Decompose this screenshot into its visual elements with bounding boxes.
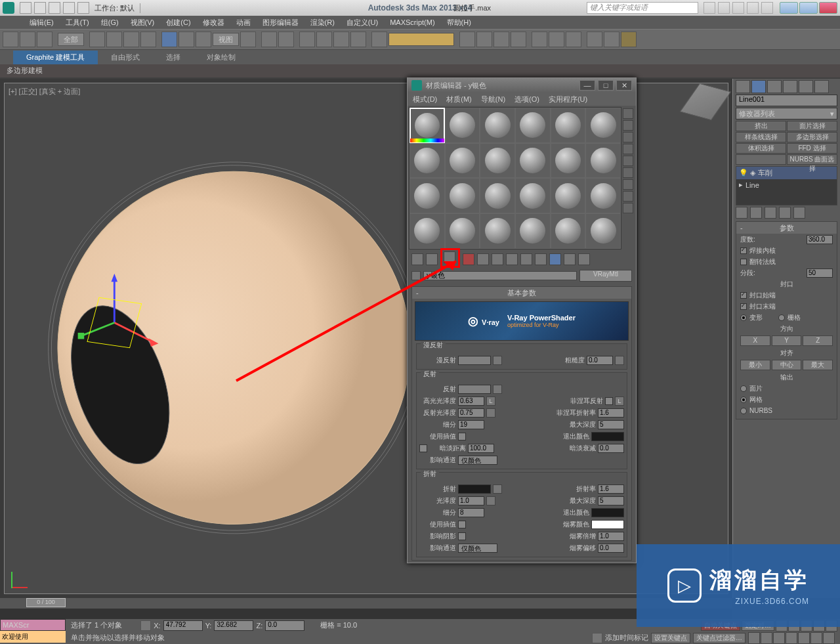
refl-gloss-spinner[interactable]: 0.75 (458, 408, 484, 418)
pick-material-icon[interactable] (411, 271, 421, 280)
keyfilter-button[interactable]: 关键点过滤器… (693, 633, 746, 643)
utilities-tab-icon[interactable] (814, 80, 829, 93)
seg-spinner[interactable]: 50 (807, 268, 833, 278)
x-coord[interactable]: 47.792 (163, 620, 203, 631)
sample-slot[interactable] (445, 143, 480, 179)
gloss-spinner[interactable]: 1.0 (458, 496, 484, 505)
spinner-snap-icon[interactable] (350, 32, 366, 47)
object-name-input[interactable]: Line001 (736, 95, 837, 106)
sample-slot[interactable] (480, 143, 515, 179)
modifier-button[interactable]: NURBS 曲面选择 (787, 154, 837, 165)
material-id-icon[interactable] (520, 253, 532, 265)
sample-slot[interactable] (551, 108, 586, 143)
maximize-viewport-icon[interactable] (823, 632, 835, 644)
modifier-stack[interactable]: 💡 ◈车削 ▸Line (736, 166, 837, 205)
fog-swatch[interactable] (591, 520, 624, 529)
select-rotate-icon[interactable] (178, 32, 194, 47)
modifier-button[interactable]: 样条线选择 (736, 132, 786, 142)
menu-item[interactable]: 帮助(H) (447, 18, 471, 28)
z-button[interactable]: Z (803, 335, 833, 346)
sample-slot[interactable] (551, 213, 586, 249)
interp-checkbox[interactable] (458, 433, 466, 440)
mirror-icon[interactable] (459, 32, 475, 47)
show-end-result-icon[interactable] (549, 253, 561, 265)
sample-slot[interactable] (410, 108, 445, 143)
qat-open-icon[interactable] (34, 2, 46, 14)
qat-undo-icon[interactable] (63, 2, 75, 14)
minimize-button[interactable]: — (579, 80, 595, 91)
uv-tiling-icon[interactable] (623, 144, 633, 154)
remove-modifier-icon[interactable] (779, 207, 791, 219)
video-check-icon[interactable] (623, 156, 633, 166)
menu-item[interactable]: 修改器 (203, 18, 224, 28)
infobar-icon[interactable] (747, 2, 759, 14)
pivot-icon[interactable] (240, 32, 256, 47)
make-unique-icon[interactable] (492, 253, 503, 265)
modifier-button[interactable]: 体积选择 (736, 143, 786, 154)
edit-named-sel-icon[interactable] (371, 32, 387, 47)
show-end-result-icon[interactable] (750, 207, 762, 219)
sample-slot[interactable] (585, 213, 621, 249)
select-region-icon[interactable] (123, 32, 139, 47)
configure-sets-icon[interactable] (793, 207, 805, 219)
sample-slot[interactable] (515, 178, 551, 213)
menu-item[interactable]: 渲染(R) (310, 18, 335, 28)
maxdepth-spinner[interactable]: 5 (598, 496, 624, 505)
map-button[interactable] (486, 408, 495, 418)
qat-new-icon[interactable] (20, 2, 32, 14)
map-button[interactable] (493, 484, 502, 494)
menu-item[interactable]: 视图(V) (131, 18, 155, 28)
min-button[interactable]: 最小 (740, 360, 770, 370)
modifier-list-combo[interactable]: 修改器列表▾ (736, 108, 837, 119)
flip-checkbox[interactable] (740, 259, 747, 265)
qat-save-icon[interactable] (49, 2, 60, 14)
ribbon-tab[interactable]: 对象绘制 (194, 51, 249, 64)
rollup-header[interactable]: 基本参数 (412, 287, 631, 299)
select-scale-icon[interactable] (196, 32, 211, 47)
menu-item[interactable]: 工具(T) (66, 18, 89, 28)
select-move-icon[interactable] (161, 32, 177, 47)
go-parent-icon[interactable] (564, 253, 576, 265)
affect-combo[interactable]: 仅颜色 (458, 544, 497, 553)
unlink-icon[interactable] (20, 32, 35, 47)
fog-mult-spinner[interactable]: 1.0 (598, 532, 624, 541)
affect-combo[interactable]: 仅颜色 (458, 456, 497, 465)
infobar-icon[interactable] (718, 2, 730, 14)
reflect-swatch[interactable] (458, 385, 491, 394)
background-icon[interactable] (623, 132, 633, 142)
zoom-all-icon[interactable] (761, 632, 772, 644)
morph-radio[interactable] (740, 314, 747, 321)
orbit-icon[interactable] (810, 632, 822, 644)
ribbon-tab[interactable]: Graphite 建模工具 (13, 51, 98, 64)
subdiv-spinner[interactable]: 19 (458, 420, 484, 429)
rendered-frame-icon[interactable] (604, 32, 620, 47)
ribbon-subpanel[interactable]: 多边形建模 (0, 64, 840, 77)
menu-item[interactable]: 图形编辑器 (262, 18, 299, 28)
put-to-library-icon[interactable] (506, 253, 518, 265)
make-unique-icon[interactable] (765, 207, 776, 219)
snap-icon[interactable] (299, 32, 315, 47)
cap-start-checkbox[interactable] (740, 292, 747, 299)
sample-slot[interactable] (445, 178, 480, 213)
interp-checkbox[interactable] (458, 521, 466, 528)
add-time-tag[interactable]: 添加时间标记 (605, 633, 648, 643)
help-icon[interactable] (761, 2, 773, 14)
menu-item[interactable]: 自定义(U) (346, 18, 378, 28)
qat-redo-icon[interactable] (77, 2, 89, 14)
y-button[interactable]: Y (772, 335, 802, 346)
manage-layers-icon[interactable] (511, 32, 526, 47)
material-type-button[interactable]: VRayMtl (579, 270, 632, 282)
menu-item[interactable]: 动画 (236, 18, 251, 28)
shadow-checkbox[interactable] (458, 532, 466, 540)
diffuse-swatch[interactable] (458, 356, 491, 365)
select-link-icon[interactable] (3, 32, 18, 47)
time-tag-icon[interactable] (592, 633, 602, 643)
dim-checkbox[interactable] (419, 444, 427, 452)
menu-item[interactable]: MAXScript(M) (390, 18, 434, 26)
dim-dist-spinner[interactable]: 100.0 (468, 444, 494, 453)
select-by-material-icon[interactable] (623, 191, 633, 202)
z-coord[interactable]: 0.0 (265, 620, 304, 631)
infobar-icon[interactable] (704, 2, 715, 14)
menu-item[interactable]: 组(G) (101, 18, 119, 28)
keyboard-shortcut-icon[interactable] (278, 32, 294, 47)
